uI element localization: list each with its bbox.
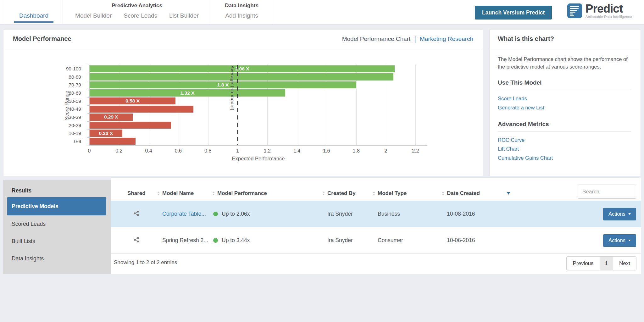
predict-logo-icon [567, 3, 582, 18]
sort-down-arrow [322, 194, 325, 195]
actions-button[interactable]: Actions [603, 234, 636, 247]
model-name-link[interactable]: Spring Refresh 2... [162, 237, 208, 243]
x-tick-1.4: 1.4 [293, 148, 300, 154]
advanced-metrics-heading: Advanced Metrics [498, 121, 631, 132]
header-separator: | [414, 35, 416, 43]
share-icon[interactable] [134, 211, 139, 217]
pagination: Previous 1 Next [566, 256, 636, 270]
share-icon[interactable] [134, 237, 139, 244]
sort-updown-icon[interactable] [322, 192, 325, 195]
table-footer: Showing 1 to 2 of 2 entries Previous 1 N… [111, 253, 641, 274]
column-label: Model Name [162, 190, 194, 197]
average-reference-line [237, 65, 238, 145]
sidebar-item-built-lists[interactable]: Built Lists [3, 233, 111, 250]
help-panel-header: What is this chart? [490, 30, 641, 48]
generate-new-list-link[interactable]: Generate a new List [498, 103, 631, 112]
nav-item-dashboard[interactable]: Dashboard [19, 12, 48, 19]
shared-cell [127, 211, 157, 218]
chart-row-30-39: 0.29 X [90, 113, 427, 121]
sort-updown-icon[interactable] [157, 192, 160, 195]
y-tick-30-39: 30-39 [51, 113, 85, 121]
nav-section-title [5, 0, 63, 9]
sort-up-arrow [373, 192, 375, 193]
bar-value-label: 0.22 X [90, 130, 122, 136]
column-label: Created By [327, 190, 356, 197]
next-page-button[interactable]: Next [613, 257, 636, 270]
y-tick-0-9: 0-9 [51, 137, 85, 146]
column-header-shared[interactable]: Shared [127, 190, 157, 197]
column-header-model-type[interactable]: Model Type [373, 190, 442, 197]
sort-down-arrow [373, 194, 375, 195]
y-tick-50-59: 50-59 [51, 97, 85, 105]
average-reference-label: Average (no model) [230, 65, 236, 110]
previous-page-button[interactable]: Previous [567, 257, 599, 270]
y-tick-10-19: 10-19 [51, 130, 85, 138]
nav-item-score-leads[interactable]: Score Leads [124, 12, 157, 19]
results-heading: Results [12, 187, 111, 194]
y-tick-40-49: 40-49 [51, 105, 85, 114]
cumulative-gains-chart-link[interactable]: Cumulative Gains Chart [498, 153, 631, 163]
column-header-model-performance[interactable]: Model Performance [212, 190, 322, 197]
status-dot-icon [213, 238, 218, 243]
use-this-model-heading: Use This Model [498, 79, 631, 90]
sidebar-item-data-insights[interactable]: Data Insights [3, 250, 111, 267]
actions-button-label: Actions [608, 237, 625, 243]
nav-section: Dashboard [5, 0, 63, 24]
chart-row-60-69: 1.32 X [90, 89, 427, 97]
sidebar-item-scored-leads[interactable]: Scored Leads [3, 215, 111, 233]
sort-down-arrow [212, 194, 215, 195]
model-performance-card: Model Performance Model Performance Char… [3, 30, 483, 176]
column-header-date-created[interactable]: Date Created [442, 190, 536, 197]
score-leads-link[interactable]: Score Leads [498, 94, 631, 103]
nav-section-items: Model BuilderScore LeadsList Builder [63, 9, 211, 24]
roc-curve-link[interactable]: ROC Curve [498, 136, 631, 145]
sidebar-item-predictive-models[interactable]: Predictive Models [7, 197, 106, 215]
bar-60-69: 1.32 X [90, 89, 285, 97]
column-header-model-name[interactable]: Model Name [157, 190, 212, 197]
page-number-button[interactable]: 1 [600, 257, 613, 270]
y-tick-70-79: 70-79 [51, 81, 85, 89]
nav-item-list-builder[interactable]: List Builder [169, 12, 199, 19]
model-name-link[interactable]: Corporate Table... [162, 211, 206, 217]
performance-text: Up to 3.44x [222, 237, 250, 244]
sort-updown-icon[interactable] [442, 192, 444, 195]
nav-item-add-insights[interactable]: Add Insights [225, 12, 258, 19]
sort-down-arrow [157, 194, 160, 195]
chart-row-50-59: 0.58 X [90, 97, 427, 105]
chart-row-80-89 [90, 73, 427, 81]
bar-10-19: 0.22 X [90, 130, 122, 137]
top-navigation-bar: DashboardPredictive AnalyticsModel Build… [0, 0, 644, 25]
sort-up-arrow [212, 192, 215, 193]
bar-30-39: 0.29 X [90, 114, 133, 121]
date-created-cell: 10-06-2016 [442, 237, 536, 244]
bar-value-label: 2.06 X [90, 66, 395, 72]
table-row-corporate-table[interactable]: Corporate Table...Up to 2.06xIra SnyderB… [111, 201, 641, 227]
sort-descending-icon [507, 192, 510, 195]
sort-updown-icon[interactable] [373, 192, 375, 195]
sort-up-arrow [442, 192, 444, 193]
marketing-research-link[interactable]: Marketing Research [420, 36, 473, 42]
nav-section-predictive-analytics: Predictive AnalyticsModel BuilderScore L… [63, 0, 211, 24]
column-header-created-by[interactable]: Created By [322, 190, 373, 197]
sort-updown-icon[interactable] [212, 192, 215, 195]
sort-up-arrow [157, 192, 160, 193]
nav-item-model-builder[interactable]: Model Builder [75, 12, 112, 19]
model-performance-cell: Up to 3.44x [212, 237, 322, 244]
help-panel-title: What is this chart? [498, 35, 554, 42]
actions-cell: Actions [536, 208, 641, 220]
model-type-cell: Business [373, 211, 442, 217]
launch-versium-predict-button[interactable]: Launch Versium Predict [475, 6, 552, 19]
actions-button[interactable]: Actions [603, 208, 636, 220]
sort-down-arrow [442, 194, 444, 195]
model-performance-card-header: Model Performance Model Performance Char… [3, 30, 483, 48]
table-row-spring-refresh-2[interactable]: Spring Refresh 2...Up to 3.44xIra Snyder… [111, 227, 641, 253]
bar-70-79: 1.8 X [90, 81, 356, 89]
lift-chart-link[interactable]: Lift Chart [498, 144, 631, 153]
x-tick-2: 2 [385, 148, 387, 154]
x-tick-1.6: 1.6 [323, 148, 330, 154]
created-by-cell: Ira Snyder [322, 237, 373, 244]
nav-section-title: Predictive Analytics [63, 0, 211, 9]
chart-row-70-79: 1.8 X [90, 81, 427, 89]
bar-value-label: 0.58 X [90, 98, 175, 104]
nav-section-data-insights: Data InsightsAdd Insights [211, 0, 272, 24]
